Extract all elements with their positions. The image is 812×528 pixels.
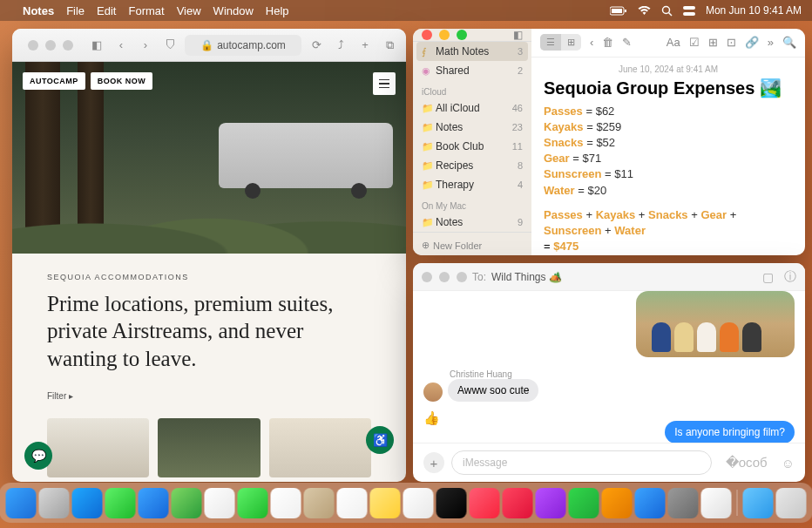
tabs-icon[interactable]: ⧉	[380, 38, 399, 52]
dock-app-iphone-mirroring[interactable]	[701, 488, 732, 518]
folder-item[interactable]: ⨐Math Notes3	[416, 42, 528, 61]
avatar[interactable]	[423, 382, 443, 402]
list-view-icon[interactable]: ☰	[540, 34, 561, 51]
window-controls[interactable]	[422, 272, 472, 282]
back-icon[interactable]: ‹	[590, 36, 593, 49]
sidebar-toggle-icon[interactable]: ◧	[87, 38, 106, 51]
note-line: Passes = $62	[544, 104, 793, 119]
reload-icon[interactable]: ⟳	[307, 38, 326, 51]
thumbnail[interactable]	[158, 418, 260, 477]
dock-app-news[interactable]	[503, 488, 533, 518]
window-controls[interactable]	[19, 40, 82, 51]
dock-app-facetime[interactable]	[238, 488, 268, 518]
checklist-icon[interactable]: ☑	[689, 36, 700, 49]
dock-app-safari[interactable]	[72, 488, 103, 518]
folder-item[interactable]: ◉Shared2	[413, 61, 531, 80]
battery-icon[interactable]	[610, 6, 627, 16]
accessibility-button[interactable]: ♿	[366, 426, 394, 454]
dock-app-contacts[interactable]	[304, 488, 335, 518]
sidebar-toggle-icon[interactable]: ◧	[513, 29, 523, 41]
book-now-button[interactable]: BOOK NOW	[91, 72, 153, 90]
dock-app-maps[interactable]	[172, 488, 202, 518]
folder-name: Notes	[436, 216, 463, 228]
control-center-icon[interactable]	[683, 5, 695, 17]
messages-body[interactable]: Christine Huang Awww soo cute 👍 Is anyon…	[413, 291, 805, 443]
media-icon[interactable]: ⊡	[727, 36, 736, 49]
new-folder-button[interactable]: ⊕New Folder	[413, 232, 531, 255]
folder-item[interactable]: 📁Book Club11	[413, 137, 531, 156]
menu-edit[interactable]: Edit	[97, 4, 116, 17]
thumbnail[interactable]	[47, 418, 149, 477]
spotlight-icon[interactable]	[661, 5, 673, 17]
address-bar[interactable]: 🔒autocamp.com	[185, 35, 301, 56]
message-bubble[interactable]: Awww soo cute	[448, 379, 538, 402]
message-input[interactable]: iMessage	[451, 450, 712, 475]
audio-icon[interactable]: �особ	[726, 455, 768, 470]
folder-item[interactable]: 📁Recipes8	[413, 156, 531, 175]
dock-app-numbers[interactable]	[569, 488, 599, 518]
menu-help[interactable]: Help	[266, 4, 289, 17]
link-icon[interactable]: 🔗	[745, 36, 759, 49]
dock-app-music[interactable]	[470, 488, 500, 518]
dock-app-freeform[interactable]	[403, 488, 434, 518]
chat-button[interactable]: 💬	[24, 442, 52, 470]
dock	[0, 483, 812, 523]
message-bubble-sent[interactable]: Is anyone bringing film?	[665, 421, 795, 443]
dock-app-calendar[interactable]	[271, 488, 301, 518]
folder-item[interactable]: 📁Notes23	[413, 118, 531, 137]
facetime-icon[interactable]: ▢	[762, 270, 774, 284]
folder-item[interactable]: 📁Therapy4	[413, 175, 531, 194]
info-icon[interactable]: ⓘ	[784, 269, 796, 285]
compose-icon[interactable]: ✎	[622, 36, 632, 49]
menu-file[interactable]: File	[66, 4, 85, 17]
table-icon[interactable]: ⊞	[708, 36, 718, 49]
messages-window: To: Wild Things 🏕️ ▢ ⓘ Christine Huang A…	[413, 263, 805, 482]
thumbnail[interactable]	[269, 418, 371, 477]
dock-app-settings[interactable]	[668, 488, 699, 518]
hamburger-menu[interactable]	[373, 72, 396, 95]
dock-app-mail[interactable]	[139, 488, 169, 518]
menu-window[interactable]: Window	[213, 4, 254, 17]
back-icon[interactable]: ‹	[112, 38, 131, 51]
dock-app-messages[interactable]	[105, 488, 136, 518]
datetime[interactable]: Mon Jun 10 9:41 AM	[706, 4, 802, 17]
note-body[interactable]: June 10, 2024 at 9:41 AM Sequoia Group E…	[531, 58, 805, 255]
dock-app-photos[interactable]	[205, 488, 235, 518]
menu-format[interactable]: Format	[128, 4, 164, 17]
share-icon[interactable]: ⤴	[331, 38, 350, 51]
filter-button[interactable]: Filter ▸	[47, 391, 371, 401]
dock-app-downloads[interactable]	[743, 488, 774, 518]
search-icon[interactable]: 🔍	[782, 36, 796, 49]
dock-app-pages[interactable]	[602, 488, 633, 518]
new-tab-icon[interactable]: +	[355, 38, 375, 51]
window-controls[interactable]	[413, 30, 476, 40]
trash-icon[interactable]: 🗑	[602, 36, 613, 49]
brand-logo[interactable]: AUTOCAMP	[23, 72, 85, 90]
forward-icon[interactable]: ›	[136, 38, 155, 51]
folder-item[interactable]: 📁All iCloud46	[413, 98, 531, 118]
dock-app-appstore[interactable]	[635, 488, 666, 518]
folder-count: 4	[518, 179, 523, 190]
dock-app-reminders[interactable]	[337, 488, 368, 518]
grid-view-icon[interactable]: ⊞	[561, 34, 581, 51]
folder-item[interactable]: 📁Notes9	[413, 213, 531, 232]
conversation-name[interactable]: Wild Things 🏕️	[491, 271, 562, 283]
dock-app-trash[interactable]	[776, 488, 807, 518]
format-icon[interactable]: Aa	[667, 36, 680, 49]
photo-attachment[interactable]	[636, 291, 795, 357]
more-icon[interactable]: »	[768, 36, 774, 49]
app-menu[interactable]: Notes	[23, 4, 54, 17]
dock-app-notes[interactable]	[370, 488, 401, 518]
url-text: autocamp.com	[217, 39, 286, 51]
dock-app-finder[interactable]	[6, 488, 37, 518]
apps-button[interactable]: +	[423, 452, 444, 473]
shield-icon[interactable]: ⛉	[160, 38, 179, 51]
menu-view[interactable]: View	[177, 4, 201, 17]
dock-app-tv[interactable]	[436, 488, 467, 518]
wifi-icon[interactable]	[638, 6, 651, 16]
emoji-icon[interactable]: ☺	[782, 456, 795, 470]
svg-rect-5	[683, 6, 695, 10]
dock-app-launchpad[interactable]	[39, 488, 70, 518]
view-toggle[interactable]: ☰⊞	[540, 34, 581, 51]
dock-app-podcasts[interactable]	[536, 488, 566, 518]
